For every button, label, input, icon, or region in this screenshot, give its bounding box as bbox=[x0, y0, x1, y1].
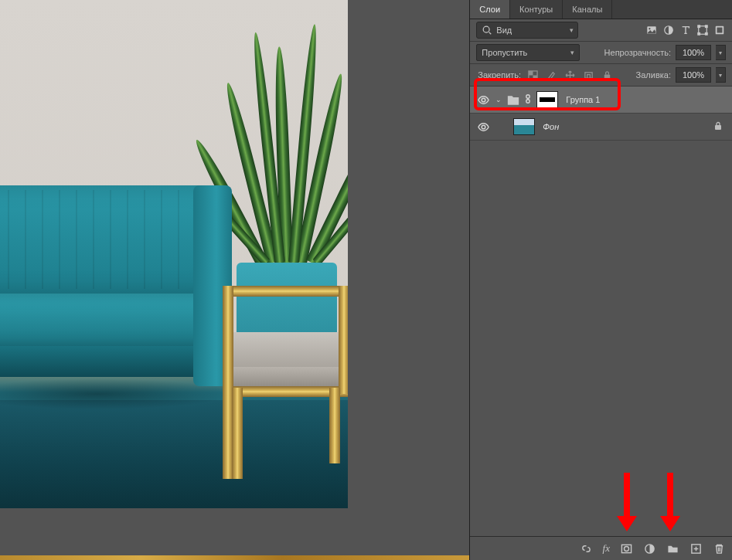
svg-rect-14 bbox=[533, 75, 537, 80]
layers-panel: Слои Контуры Каналы Вид ▾ Пропустить ▾ Н… bbox=[469, 0, 732, 560]
svg-point-19 bbox=[526, 95, 529, 98]
link-layers-icon[interactable] bbox=[580, 541, 594, 555]
tab-layers[interactable]: Слои bbox=[470, 0, 510, 19]
new-group-button[interactable] bbox=[666, 541, 679, 555]
svg-rect-11 bbox=[717, 28, 723, 33]
layer-name[interactable]: Группа 1 bbox=[566, 95, 600, 104]
filter-image-icon[interactable] bbox=[645, 24, 658, 36]
chevron-down-icon: ▾ bbox=[570, 26, 574, 34]
lock-position-icon[interactable] bbox=[563, 68, 577, 82]
layer-name[interactable]: Фон bbox=[543, 122, 559, 131]
svg-rect-9 bbox=[706, 33, 708, 36]
lock-transparency-icon[interactable] bbox=[526, 68, 540, 82]
svg-point-3 bbox=[649, 28, 650, 29]
panel-tabs: Слои Контуры Каналы bbox=[470, 0, 732, 19]
delete-layer-button[interactable] bbox=[712, 541, 726, 555]
lock-icon[interactable] bbox=[713, 121, 723, 132]
svg-point-25 bbox=[624, 546, 628, 551]
chevron-down-icon: ▾ bbox=[570, 49, 574, 56]
mask-thumbnail[interactable] bbox=[536, 91, 558, 108]
lock-artboard-icon[interactable] bbox=[581, 68, 595, 82]
new-layer-button[interactable] bbox=[689, 541, 703, 555]
svg-point-18 bbox=[482, 98, 485, 102]
tab-paths[interactable]: Контуры bbox=[510, 0, 563, 19]
svg-rect-23 bbox=[715, 125, 721, 130]
opacity-label: Непрозрачность: bbox=[604, 48, 671, 57]
tab-channels[interactable]: Каналы bbox=[563, 0, 612, 19]
lock-label: Закрепить: bbox=[478, 70, 521, 80]
svg-rect-17 bbox=[604, 74, 609, 79]
svg-point-0 bbox=[484, 26, 490, 32]
visibility-toggle[interactable] bbox=[476, 93, 490, 107]
layer-row-background[interactable]: Фон bbox=[470, 114, 732, 141]
svg-rect-8 bbox=[698, 33, 700, 36]
fill-value[interactable]: 100% bbox=[676, 67, 711, 83]
visibility-toggle[interactable] bbox=[476, 120, 490, 134]
svg-rect-7 bbox=[706, 25, 708, 28]
layer-thumbnail[interactable] bbox=[513, 118, 535, 135]
svg-rect-16 bbox=[587, 74, 590, 80]
svg-point-22 bbox=[482, 125, 485, 129]
filter-type-icon[interactable] bbox=[679, 24, 692, 36]
opacity-value[interactable]: 100% bbox=[676, 45, 711, 60]
svg-line-1 bbox=[489, 32, 492, 35]
layers-list: ⌄ Группа 1 Фон bbox=[470, 87, 732, 560]
search-icon bbox=[481, 24, 493, 36]
svg-rect-13 bbox=[529, 70, 533, 75]
canvas-image[interactable] bbox=[0, 0, 348, 508]
fill-label: Заливка: bbox=[636, 70, 671, 80]
svg-point-20 bbox=[526, 100, 529, 103]
adjustment-layer-button[interactable] bbox=[642, 541, 656, 555]
lock-pixels-icon[interactable] bbox=[544, 68, 558, 82]
layer-filter-dropdown[interactable]: Вид ▾ bbox=[476, 22, 578, 39]
blend-mode-value: Пропустить bbox=[482, 48, 527, 57]
filter-smartobject-icon[interactable] bbox=[713, 24, 726, 36]
layer-filter-value: Вид bbox=[496, 25, 512, 35]
layers-footer: fx bbox=[470, 536, 732, 560]
filter-shape-icon[interactable] bbox=[696, 24, 709, 36]
svg-rect-15 bbox=[584, 72, 591, 77]
expand-toggle[interactable]: ⌄ bbox=[495, 96, 502, 104]
folder-icon bbox=[507, 93, 519, 106]
opacity-stepper[interactable]: ▾ bbox=[716, 45, 726, 60]
layer-effects-button[interactable]: fx bbox=[603, 542, 610, 555]
fill-stepper[interactable]: ▾ bbox=[716, 67, 726, 83]
mask-link-icon[interactable] bbox=[524, 93, 532, 106]
add-mask-button[interactable] bbox=[619, 541, 633, 555]
layer-row-group[interactable]: ⌄ Группа 1 bbox=[470, 87, 732, 114]
lock-all-icon[interactable] bbox=[600, 68, 614, 82]
svg-rect-6 bbox=[698, 25, 700, 28]
blend-mode-dropdown[interactable]: Пропустить ▾ bbox=[476, 44, 580, 61]
canvas-area[interactable] bbox=[0, 0, 469, 560]
filter-adjustment-icon[interactable] bbox=[662, 24, 675, 36]
